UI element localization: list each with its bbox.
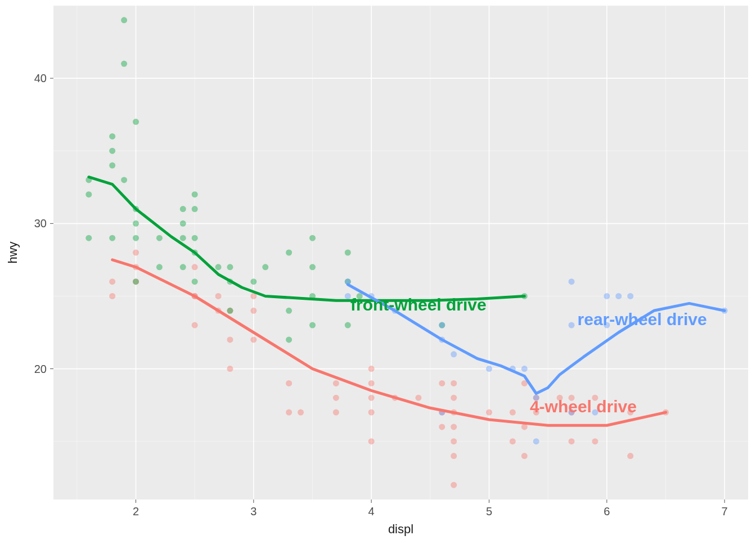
data-point [192,278,198,285]
data-point [368,410,375,416]
data-point [368,366,375,372]
data-point [250,336,256,343]
data-point [86,235,92,241]
data-point [615,293,622,299]
data-point [569,438,575,444]
data-point [345,250,351,256]
data-point [333,380,339,386]
data-point [368,395,375,401]
data-point [133,278,139,285]
data-point [286,308,292,314]
data-point [156,264,163,270]
y-tick-label: 30 [34,217,47,230]
data-point [604,293,610,299]
data-point [309,235,316,241]
data-point [133,220,139,227]
data-point [286,380,292,386]
data-point [133,119,139,125]
x-tick-label: 2 [133,505,139,518]
data-point [262,264,268,270]
data-point [451,351,457,357]
data-point [121,177,127,183]
chart-container: front-wheel driverear-wheel drive4-wheel… [0,0,756,540]
data-point [451,424,457,430]
data-point [298,410,304,416]
x-tick-label: 5 [486,505,492,518]
data-point [121,61,127,67]
data-point [368,380,375,386]
data-point [627,293,633,299]
data-point [250,308,256,314]
x-axis-title: displ [388,522,413,536]
data-point [180,220,186,227]
data-point [109,235,115,241]
plot-panel [53,6,748,500]
data-point [109,278,115,285]
data-point [180,235,186,241]
y-tick-label: 40 [34,72,47,84]
data-point [439,322,445,328]
data-point [521,453,528,459]
data-point [510,438,516,444]
x-tick-label: 6 [604,505,610,518]
y-tick-label: 20 [34,363,47,375]
data-point [486,366,492,372]
data-point [227,264,233,270]
data-point [451,453,457,459]
data-point [510,410,516,416]
data-point [415,395,421,401]
data-point [333,410,339,416]
data-point [180,264,186,270]
x-tick-label: 3 [250,505,256,518]
data-point [86,191,92,197]
data-point [486,410,492,416]
data-point [192,206,198,212]
data-point [309,322,316,328]
data-point [109,133,115,140]
data-point [451,395,457,401]
data-point [109,148,115,154]
data-point [109,293,115,299]
data-point [250,278,256,285]
data-point [192,191,198,197]
data-point [227,308,233,314]
chart-svg: front-wheel driverear-wheel drive4-wheel… [0,0,756,540]
series-label: 4-wheel drive [530,397,637,416]
series-label: front-wheel drive [350,295,487,314]
data-point [439,424,445,430]
data-point [286,410,292,416]
x-tick-label: 4 [368,505,375,518]
x-tick-label: 7 [722,505,728,518]
data-point [215,264,222,270]
data-point [192,264,198,270]
data-point [156,235,163,241]
data-point [569,322,575,328]
series-label: rear-wheel drive [578,310,707,328]
data-point [569,278,575,285]
data-point [227,366,233,372]
y-axis-title: hwy [6,241,20,263]
data-point [592,438,598,444]
data-point [227,336,233,343]
data-point [133,250,139,256]
data-point [286,250,292,256]
data-point [451,438,457,444]
data-point [215,293,222,299]
data-point [192,235,198,241]
data-point [439,380,445,386]
data-point [180,206,186,212]
data-point [451,482,457,488]
data-point [133,235,139,241]
data-point [533,438,539,444]
data-point [192,322,198,328]
data-point [286,336,292,343]
data-point [521,366,528,372]
data-point [109,163,115,169]
data-point [451,380,457,386]
data-point [627,453,633,459]
data-point [368,438,375,444]
data-point [121,17,127,23]
data-point [333,395,339,401]
data-point [309,264,316,270]
data-point [345,322,351,328]
